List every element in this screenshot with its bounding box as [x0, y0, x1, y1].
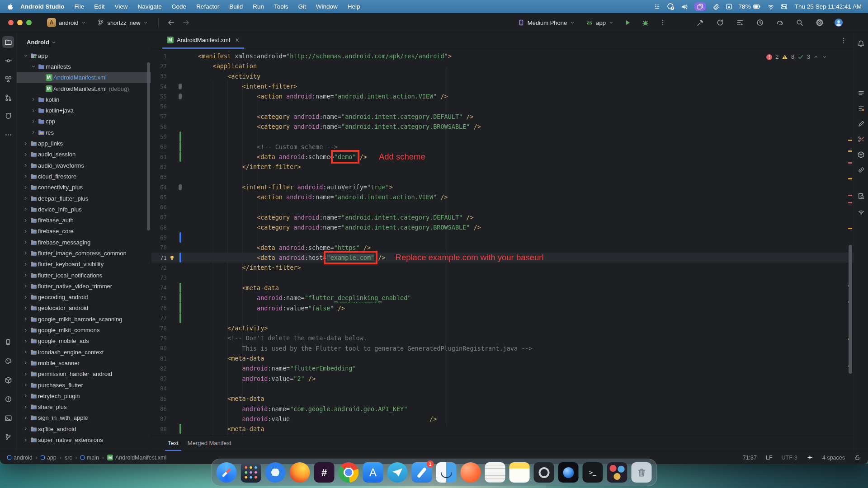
chevron-right-icon[interactable]: [22, 206, 29, 212]
menu-bar-clock[interactable]: Thu 25 Sep 11:42:41 AM: [795, 3, 862, 10]
code-text[interactable]: <action android:name="android.intent.act…: [198, 193, 448, 201]
menu-git[interactable]: Git: [293, 0, 311, 13]
code-text[interactable]: <meta-data: [198, 395, 264, 402]
gradle-elephant-icon[interactable]: [772, 16, 788, 29]
tree-item-retrytech-plugin[interactable]: retrytech_plugin: [17, 390, 151, 401]
chevron-right-icon[interactable]: [22, 426, 29, 432]
chevron-right-icon[interactable]: [22, 328, 29, 333]
safari-icon[interactable]: [217, 462, 237, 483]
build-variants-icon[interactable]: [732, 16, 748, 29]
chevron-right-icon[interactable]: [22, 196, 29, 201]
code-text[interactable]: <category android:name="android.intent.c…: [198, 224, 481, 231]
control-center-icon[interactable]: [781, 3, 788, 10]
editor-options-icon[interactable]: [840, 37, 847, 44]
tree-item-flutter-image-compress-common[interactable]: flutter_image_compress_common: [17, 248, 151, 258]
chevron-right-icon[interactable]: [30, 108, 37, 113]
user-avatar[interactable]: [834, 18, 843, 27]
code-text[interactable]: <manifest xmlns:android="http://schemas.…: [198, 52, 452, 60]
tree-item-firebase-core[interactable]: firebase_core: [17, 226, 151, 237]
launchpad-icon[interactable]: [241, 462, 261, 483]
chevron-right-icon[interactable]: [22, 404, 29, 410]
code-text[interactable]: <data android:scheme="https" />: [198, 244, 371, 251]
breadcrumb-app[interactable]: app: [41, 455, 57, 461]
chevron-right-icon[interactable]: [22, 437, 29, 443]
resource-manager-icon[interactable]: [2, 355, 14, 367]
settings-gear-icon[interactable]: [811, 16, 828, 29]
chevron-right-icon[interactable]: [22, 415, 29, 421]
chevron-right-icon[interactable]: [22, 283, 29, 289]
file-encoding[interactable]: UTF-8: [782, 455, 797, 461]
more-actions-icon[interactable]: [655, 17, 670, 28]
terminal-app-icon[interactable]: >_: [583, 462, 603, 483]
chevron-right-icon[interactable]: [22, 229, 29, 234]
sync-project-icon[interactable]: [712, 16, 728, 29]
more-tool-windows-icon[interactable]: [2, 129, 14, 141]
trash-icon[interactable]: [632, 462, 652, 483]
firefox-icon[interactable]: [290, 462, 310, 483]
github-icon[interactable]: [2, 110, 14, 122]
tree-item-google-mlkit-barcode-scanning[interactable]: google_mlkit_barcode_scanning: [17, 314, 151, 324]
code-text[interactable]: <category android:name="android.intent.c…: [198, 113, 474, 120]
volume-icon[interactable]: [681, 3, 688, 10]
tree-item-sqflite-android[interactable]: sqflite_android: [17, 423, 151, 434]
tree-item-audio-waveforms[interactable]: audio_waveforms: [17, 160, 151, 171]
obs-icon[interactable]: [534, 462, 554, 483]
menu-view[interactable]: View: [110, 0, 133, 13]
code-text[interactable]: </intent-filter>: [198, 264, 301, 271]
clipboard-manager-icon[interactable]: [694, 2, 706, 11]
chevron-right-icon[interactable]: [22, 250, 29, 256]
app-store-icon[interactable]: A: [363, 462, 383, 483]
chevron-right-icon[interactable]: [22, 316, 29, 322]
breadcrumb-android[interactable]: android: [7, 455, 33, 461]
input-source-icon[interactable]: A: [726, 3, 732, 10]
code-text[interactable]: android:name="com.google.android.geo.API…: [198, 405, 407, 413]
dependencies-icon[interactable]: [856, 149, 867, 160]
cut-icon[interactable]: [856, 134, 867, 145]
ai-sparkle-icon[interactable]: [807, 454, 813, 461]
run-button[interactable]: [619, 16, 636, 29]
terminal-icon[interactable]: [2, 412, 14, 424]
chevron-right-icon[interactable]: [22, 295, 29, 300]
code-text[interactable]: </intent-filter>: [198, 163, 301, 170]
tab-text[interactable]: Text: [165, 436, 181, 451]
postman-icon[interactable]: [461, 462, 481, 483]
breadcrumb-main[interactable]: main: [80, 455, 99, 461]
minimize-window-button[interactable]: [17, 20, 23, 25]
slack-icon[interactable]: #: [314, 462, 335, 483]
menu-help[interactable]: Help: [343, 0, 365, 13]
code-text[interactable]: android:value />: [198, 415, 437, 422]
media-app-icon[interactable]: [607, 462, 627, 483]
wifi-icon[interactable]: [767, 3, 774, 10]
code-text[interactable]: android:name="flutter_deeplinking_enable…: [198, 294, 411, 301]
pull-requests-icon[interactable]: [2, 92, 14, 103]
menu-run[interactable]: Run: [248, 0, 269, 13]
chevron-right-icon[interactable]: [22, 185, 29, 190]
search-everywhere-icon[interactable]: [792, 16, 808, 29]
run-configuration-selector[interactable]: app: [582, 17, 618, 28]
code-text[interactable]: <meta-data: [198, 284, 279, 291]
chevron-right-icon[interactable]: [22, 218, 29, 223]
tree-item-cpp[interactable]: cpp: [17, 116, 151, 127]
tree-item-kotlin-java[interactable]: kotlin+java: [17, 105, 151, 116]
tree-item-mobile-scanner[interactable]: mobile_scanner: [17, 357, 151, 368]
code-text[interactable]: <intent-filter android:autoVerify="true"…: [198, 183, 393, 191]
tree-item-kotlin[interactable]: kotlin: [17, 94, 151, 105]
code-text[interactable]: <data android:host="example.com" />: [198, 254, 386, 261]
tree-item-purchases-flutter[interactable]: purchases_flutter: [17, 380, 151, 390]
code-text[interactable]: <!-- Custom scheme -->: [198, 143, 338, 150]
tree-item-permission-handler-android[interactable]: permission_handler_android: [17, 369, 151, 380]
menu-edit[interactable]: Edit: [89, 0, 109, 13]
tab-merged-manifest[interactable]: Merged Manifest: [185, 436, 234, 451]
tree-item-connectivity-plus[interactable]: connectivity_plus: [17, 182, 151, 193]
chrome-icon[interactable]: [339, 462, 359, 483]
chevron-right-icon[interactable]: [22, 349, 29, 355]
commit-icon[interactable]: [2, 55, 14, 66]
menu-code[interactable]: Code: [167, 0, 191, 13]
menu-android-studio[interactable]: Android Studio: [14, 0, 69, 13]
build-icon[interactable]: [2, 374, 14, 386]
code-text[interactable]: android:value="2" />: [198, 375, 316, 382]
find-icon[interactable]: [856, 191, 867, 202]
chevron-right-icon[interactable]: [22, 262, 29, 267]
quickfix-bulb-icon[interactable]: [169, 254, 175, 261]
device-selector[interactable]: Medium Phone: [514, 17, 579, 28]
